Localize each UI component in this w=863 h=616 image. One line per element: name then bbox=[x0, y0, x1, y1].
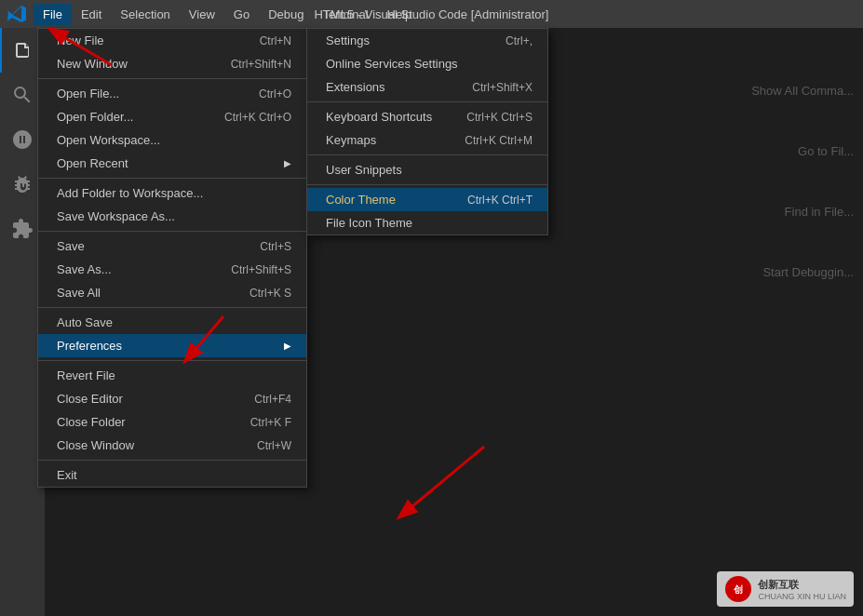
menu-debug[interactable]: Debug bbox=[259, 4, 313, 25]
pref-separator-3 bbox=[307, 184, 547, 185]
pref-online-services-label: Online Services Settings bbox=[326, 57, 533, 71]
pref-file-icon-theme-label: File Icon Theme bbox=[326, 216, 533, 230]
menu-auto-save-label: Auto Save bbox=[57, 315, 291, 329]
menu-close-editor-shortcut: Ctrl+F4 bbox=[254, 393, 291, 406]
pref-user-snippets-label: User Snippets bbox=[326, 163, 533, 177]
menu-auto-save[interactable]: Auto Save bbox=[38, 311, 306, 334]
watermark-text: 创新互联 bbox=[758, 578, 846, 592]
menu-save-as[interactable]: Save As... Ctrl+Shift+S bbox=[38, 258, 306, 281]
menu-close-folder-label: Close Folder bbox=[57, 415, 232, 429]
menu-new-file[interactable]: New File Ctrl+N bbox=[38, 29, 306, 52]
menu-open-file-shortcut: Ctrl+O bbox=[259, 87, 291, 100]
pref-online-services[interactable]: Online Services Settings bbox=[307, 52, 547, 75]
menu-close-window[interactable]: Close Window Ctrl+W bbox=[38, 434, 306, 457]
menu-open-file-label: Open File... bbox=[57, 87, 240, 100]
menu-open-folder-label: Open Folder... bbox=[57, 110, 206, 124]
separator-2 bbox=[38, 178, 306, 179]
pref-keymaps-label: Keymaps bbox=[326, 133, 455, 147]
menu-new-file-shortcut: Ctrl+N bbox=[260, 34, 291, 47]
separator-6 bbox=[38, 460, 306, 461]
pref-file-icon-theme[interactable]: File Icon Theme bbox=[307, 211, 547, 234]
pref-color-theme-label: Color Theme bbox=[326, 193, 458, 207]
menu-open-folder[interactable]: Open Folder... Ctrl+K Ctrl+O bbox=[38, 105, 306, 128]
menu-open-file[interactable]: Open File... Ctrl+O bbox=[38, 82, 306, 105]
menu-revert-file[interactable]: Revert File bbox=[38, 364, 306, 387]
pref-separator-2 bbox=[307, 154, 547, 155]
pref-extensions-label: Extensions bbox=[326, 80, 463, 94]
menu-save[interactable]: Save Ctrl+S bbox=[38, 234, 306, 258]
menu-exit-label: Exit bbox=[57, 468, 291, 482]
menu-close-folder[interactable]: Close Folder Ctrl+K F bbox=[38, 410, 306, 434]
menu-save-all[interactable]: Save All Ctrl+K S bbox=[38, 281, 306, 304]
menu-file[interactable]: File bbox=[34, 4, 72, 25]
menu-open-recent[interactable]: Open Recent ▶ bbox=[38, 152, 306, 175]
pref-extensions-shortcut: Ctrl+Shift+X bbox=[472, 81, 533, 94]
right-hint-1: Show All Comma... bbox=[751, 84, 854, 98]
menu-open-workspace[interactable]: Open Workspace... bbox=[38, 128, 306, 152]
separator-3 bbox=[38, 231, 306, 232]
pref-settings[interactable]: Settings Ctrl+, bbox=[307, 29, 547, 52]
pref-keymaps[interactable]: Keymaps Ctrl+K Ctrl+M bbox=[307, 128, 547, 152]
menu-new-window-shortcut: Ctrl+Shift+N bbox=[231, 58, 291, 71]
pref-keymaps-shortcut: Ctrl+K Ctrl+M bbox=[465, 134, 533, 147]
menu-close-window-label: Close Window bbox=[57, 438, 238, 452]
menu-save-workspace-label: Save Workspace As... bbox=[57, 209, 291, 223]
menu-open-workspace-label: Open Workspace... bbox=[57, 133, 273, 147]
menu-close-folder-shortcut: Ctrl+K F bbox=[250, 416, 291, 429]
watermark-logo-icon: 创 bbox=[724, 575, 752, 603]
menu-save-as-label: Save As... bbox=[57, 262, 212, 276]
pref-keyboard-shortcuts-label: Keyboard Shortcuts bbox=[326, 110, 457, 124]
menu-close-window-shortcut: Ctrl+W bbox=[257, 439, 291, 452]
menu-save-label: Save bbox=[57, 239, 241, 253]
svg-text:创: 创 bbox=[733, 584, 743, 595]
window-title: HTML5 - Visual Studio Code [Administrato… bbox=[315, 7, 549, 21]
vscode-logo-icon bbox=[7, 5, 26, 23]
menu-save-workspace[interactable]: Save Workspace As... bbox=[38, 205, 306, 228]
menu-save-shortcut: Ctrl+S bbox=[260, 240, 291, 253]
separator-4 bbox=[38, 307, 306, 308]
separator-1 bbox=[38, 78, 306, 79]
menu-open-recent-label: Open Recent bbox=[57, 156, 276, 170]
file-menu: New File Ctrl+N New Window Ctrl+Shift+N … bbox=[37, 28, 307, 488]
menu-edit[interactable]: Edit bbox=[72, 4, 111, 25]
titlebar: File Edit Selection View Go Debug Termin… bbox=[0, 0, 863, 28]
menu-save-all-label: Save All bbox=[57, 286, 231, 300]
menu-exit[interactable]: Exit bbox=[38, 463, 306, 487]
menu-close-editor[interactable]: Close Editor Ctrl+F4 bbox=[38, 387, 306, 410]
pref-settings-label: Settings bbox=[326, 33, 496, 47]
menu-new-window-label: New Window bbox=[57, 57, 212, 71]
menu-add-folder-label: Add Folder to Workspace... bbox=[57, 186, 291, 200]
menu-save-all-shortcut: Ctrl+K S bbox=[249, 287, 291, 300]
menu-close-editor-label: Close Editor bbox=[57, 392, 236, 406]
pref-separator-1 bbox=[307, 101, 547, 102]
pref-color-theme[interactable]: Color Theme Ctrl+K Ctrl+T bbox=[307, 188, 547, 211]
menu-save-as-shortcut: Ctrl+Shift+S bbox=[231, 263, 291, 276]
menu-revert-file-label: Revert File bbox=[57, 368, 291, 382]
menu-go[interactable]: Go bbox=[224, 4, 259, 25]
separator-5 bbox=[38, 360, 306, 361]
pref-user-snippets[interactable]: User Snippets bbox=[307, 158, 547, 181]
menu-view[interactable]: View bbox=[180, 4, 224, 25]
pref-keyboard-shortcuts-shortcut: Ctrl+K Ctrl+S bbox=[466, 111, 533, 124]
menu-open-folder-shortcut: Ctrl+K Ctrl+O bbox=[224, 111, 291, 124]
watermark-subtext: CHUANG XIN HU LIAN bbox=[758, 592, 846, 601]
menu-preferences-label: Preferences bbox=[57, 339, 276, 353]
right-hint-2: Go to Fil... bbox=[751, 144, 854, 158]
menu-new-file-label: New File bbox=[57, 33, 241, 47]
menu-selection[interactable]: Selection bbox=[111, 4, 179, 25]
pref-settings-shortcut: Ctrl+, bbox=[506, 34, 533, 47]
pref-extensions[interactable]: Extensions Ctrl+Shift+X bbox=[307, 75, 547, 99]
preferences-menu: Settings Ctrl+, Online Services Settings… bbox=[306, 28, 548, 235]
open-recent-arrow-icon: ▶ bbox=[284, 158, 291, 168]
menu-new-window[interactable]: New Window Ctrl+Shift+N bbox=[38, 52, 306, 75]
preferences-arrow-icon: ▶ bbox=[284, 341, 291, 351]
right-hint-4: Start Debuggin... bbox=[751, 265, 854, 279]
menu-add-folder[interactable]: Add Folder to Workspace... bbox=[38, 181, 306, 205]
watermark: 创 创新互联 CHUANG XIN HU LIAN bbox=[717, 571, 854, 607]
pref-keyboard-shortcuts[interactable]: Keyboard Shortcuts Ctrl+K Ctrl+S bbox=[307, 105, 547, 128]
right-hints: Show All Comma... Go to Fil... Find in F… bbox=[751, 84, 863, 279]
right-hint-3: Find in File... bbox=[751, 205, 854, 219]
menu-preferences[interactable]: Preferences ▶ bbox=[38, 334, 306, 357]
pref-color-theme-shortcut: Ctrl+K Ctrl+T bbox=[467, 194, 533, 207]
